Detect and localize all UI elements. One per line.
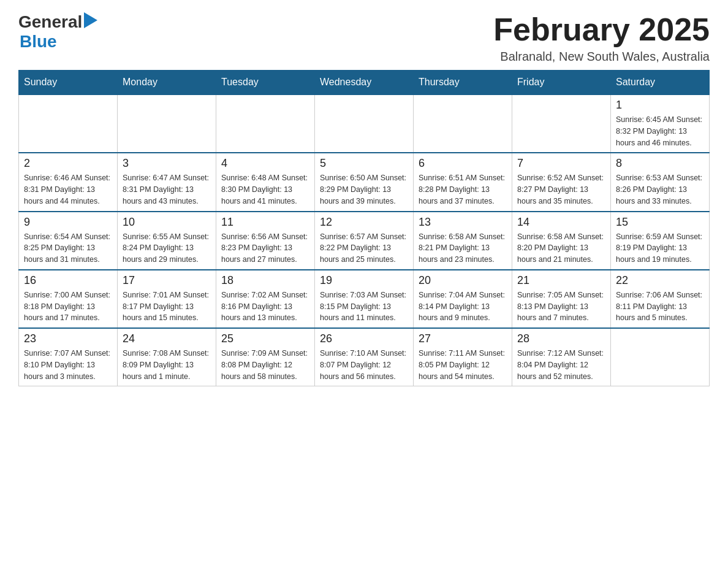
column-header-saturday: Saturday bbox=[611, 71, 710, 95]
calendar-cell bbox=[315, 94, 414, 153]
column-header-tuesday: Tuesday bbox=[216, 71, 315, 95]
day-info: Sunrise: 6:55 AM Sunset: 8:24 PM Dayligh… bbox=[123, 231, 211, 266]
calendar-cell: 4Sunrise: 6:48 AM Sunset: 8:30 PM Daylig… bbox=[216, 153, 315, 211]
day-info: Sunrise: 7:02 AM Sunset: 8:16 PM Dayligh… bbox=[221, 289, 309, 324]
column-header-friday: Friday bbox=[512, 71, 611, 95]
week-row-4: 16Sunrise: 7:00 AM Sunset: 8:18 PM Dayli… bbox=[19, 270, 710, 328]
day-info: Sunrise: 7:06 AM Sunset: 8:11 PM Dayligh… bbox=[616, 289, 704, 324]
calendar-cell: 3Sunrise: 6:47 AM Sunset: 8:31 PM Daylig… bbox=[118, 153, 216, 211]
day-info: Sunrise: 7:03 AM Sunset: 8:15 PM Dayligh… bbox=[320, 289, 408, 324]
logo-general-text: General bbox=[18, 12, 82, 32]
day-info: Sunrise: 7:09 AM Sunset: 8:08 PM Dayligh… bbox=[221, 348, 309, 382]
location-title: Balranald, New South Wales, Australia bbox=[493, 50, 710, 64]
day-number: 15 bbox=[616, 216, 704, 229]
day-info: Sunrise: 6:57 AM Sunset: 8:22 PM Dayligh… bbox=[320, 231, 408, 266]
column-header-sunday: Sunday bbox=[19, 71, 118, 95]
calendar-cell: 13Sunrise: 6:58 AM Sunset: 8:21 PM Dayli… bbox=[414, 212, 512, 270]
day-number: 10 bbox=[123, 216, 211, 229]
calendar-cell: 2Sunrise: 6:46 AM Sunset: 8:31 PM Daylig… bbox=[19, 153, 118, 211]
calendar-cell bbox=[512, 94, 611, 153]
calendar-cell: 19Sunrise: 7:03 AM Sunset: 8:15 PM Dayli… bbox=[315, 270, 414, 328]
day-info: Sunrise: 6:47 AM Sunset: 8:31 PM Dayligh… bbox=[123, 172, 211, 207]
svg-marker-0 bbox=[84, 12, 97, 28]
calendar-cell: 11Sunrise: 6:56 AM Sunset: 8:23 PM Dayli… bbox=[216, 212, 315, 270]
day-number: 19 bbox=[320, 274, 408, 287]
day-number: 23 bbox=[24, 332, 112, 345]
day-info: Sunrise: 6:51 AM Sunset: 8:28 PM Dayligh… bbox=[419, 172, 507, 207]
day-info: Sunrise: 7:01 AM Sunset: 8:17 PM Dayligh… bbox=[123, 289, 211, 324]
calendar-cell: 22Sunrise: 7:06 AM Sunset: 8:11 PM Dayli… bbox=[611, 270, 710, 328]
day-number: 6 bbox=[419, 157, 507, 170]
title-block: February 2025 Balranald, New South Wales… bbox=[493, 12, 710, 64]
day-info: Sunrise: 7:07 AM Sunset: 8:10 PM Dayligh… bbox=[24, 348, 112, 382]
calendar-cell: 7Sunrise: 6:52 AM Sunset: 8:27 PM Daylig… bbox=[512, 153, 611, 211]
calendar-cell: 25Sunrise: 7:09 AM Sunset: 8:08 PM Dayli… bbox=[216, 328, 315, 386]
day-number: 13 bbox=[419, 216, 507, 229]
day-info: Sunrise: 6:53 AM Sunset: 8:26 PM Dayligh… bbox=[616, 172, 704, 207]
day-number: 22 bbox=[616, 274, 704, 287]
day-number: 4 bbox=[221, 157, 309, 170]
calendar-table: SundayMondayTuesdayWednesdayThursdayFrid… bbox=[18, 70, 710, 386]
day-number: 18 bbox=[221, 274, 309, 287]
calendar-header: SundayMondayTuesdayWednesdayThursdayFrid… bbox=[19, 71, 710, 95]
column-header-thursday: Thursday bbox=[414, 71, 512, 95]
calendar-cell: 16Sunrise: 7:00 AM Sunset: 8:18 PM Dayli… bbox=[19, 270, 118, 328]
calendar-cell: 1Sunrise: 6:45 AM Sunset: 8:32 PM Daylig… bbox=[611, 94, 710, 153]
logo: General Blue bbox=[18, 12, 97, 52]
logo-arrow-icon bbox=[84, 12, 97, 28]
day-number: 27 bbox=[419, 332, 507, 345]
calendar-cell: 12Sunrise: 6:57 AM Sunset: 8:22 PM Dayli… bbox=[315, 212, 414, 270]
day-info: Sunrise: 6:58 AM Sunset: 8:21 PM Dayligh… bbox=[419, 231, 507, 266]
calendar-cell: 18Sunrise: 7:02 AM Sunset: 8:16 PM Dayli… bbox=[216, 270, 315, 328]
day-info: Sunrise: 7:11 AM Sunset: 8:05 PM Dayligh… bbox=[419, 348, 507, 382]
day-number: 14 bbox=[517, 216, 605, 229]
week-row-2: 2Sunrise: 6:46 AM Sunset: 8:31 PM Daylig… bbox=[19, 153, 710, 211]
calendar-cell: 17Sunrise: 7:01 AM Sunset: 8:17 PM Dayli… bbox=[118, 270, 216, 328]
day-number: 21 bbox=[517, 274, 605, 287]
calendar-cell: 21Sunrise: 7:05 AM Sunset: 8:13 PM Dayli… bbox=[512, 270, 611, 328]
calendar-cell: 9Sunrise: 6:54 AM Sunset: 8:25 PM Daylig… bbox=[19, 212, 118, 270]
day-info: Sunrise: 6:59 AM Sunset: 8:19 PM Dayligh… bbox=[616, 231, 704, 266]
day-number: 7 bbox=[517, 157, 605, 170]
day-number: 25 bbox=[221, 332, 309, 345]
calendar-cell: 6Sunrise: 6:51 AM Sunset: 8:28 PM Daylig… bbox=[414, 153, 512, 211]
day-number: 3 bbox=[123, 157, 211, 170]
calendar-cell bbox=[216, 94, 315, 153]
day-info: Sunrise: 6:50 AM Sunset: 8:29 PM Dayligh… bbox=[320, 172, 408, 207]
day-info: Sunrise: 6:54 AM Sunset: 8:25 PM Dayligh… bbox=[24, 231, 112, 266]
day-info: Sunrise: 6:58 AM Sunset: 8:20 PM Dayligh… bbox=[517, 231, 605, 266]
calendar-cell: 27Sunrise: 7:11 AM Sunset: 8:05 PM Dayli… bbox=[414, 328, 512, 386]
day-number: 5 bbox=[320, 157, 408, 170]
calendar-cell: 23Sunrise: 7:07 AM Sunset: 8:10 PM Dayli… bbox=[19, 328, 118, 386]
day-info: Sunrise: 6:52 AM Sunset: 8:27 PM Dayligh… bbox=[517, 172, 605, 207]
day-info: Sunrise: 7:04 AM Sunset: 8:14 PM Dayligh… bbox=[419, 289, 507, 324]
day-number: 17 bbox=[123, 274, 211, 287]
column-header-monday: Monday bbox=[118, 71, 216, 95]
calendar-cell bbox=[19, 94, 118, 153]
day-info: Sunrise: 7:05 AM Sunset: 8:13 PM Dayligh… bbox=[517, 289, 605, 324]
day-number: 11 bbox=[221, 216, 309, 229]
day-info: Sunrise: 6:46 AM Sunset: 8:31 PM Dayligh… bbox=[24, 172, 112, 207]
day-number: 9 bbox=[24, 216, 112, 229]
calendar-cell: 28Sunrise: 7:12 AM Sunset: 8:04 PM Dayli… bbox=[512, 328, 611, 386]
calendar-cell: 8Sunrise: 6:53 AM Sunset: 8:26 PM Daylig… bbox=[611, 153, 710, 211]
day-number: 1 bbox=[616, 99, 704, 112]
day-info: Sunrise: 6:45 AM Sunset: 8:32 PM Dayligh… bbox=[616, 114, 704, 148]
calendar-cell bbox=[414, 94, 512, 153]
page-header: General Blue February 2025 Balranald, Ne… bbox=[18, 12, 710, 64]
calendar-cell: 20Sunrise: 7:04 AM Sunset: 8:14 PM Dayli… bbox=[414, 270, 512, 328]
calendar-cell: 14Sunrise: 6:58 AM Sunset: 8:20 PM Dayli… bbox=[512, 212, 611, 270]
week-row-1: 1Sunrise: 6:45 AM Sunset: 8:32 PM Daylig… bbox=[19, 94, 710, 153]
day-info: Sunrise: 6:56 AM Sunset: 8:23 PM Dayligh… bbox=[221, 231, 309, 266]
calendar-cell: 5Sunrise: 6:50 AM Sunset: 8:29 PM Daylig… bbox=[315, 153, 414, 211]
day-number: 24 bbox=[123, 332, 211, 345]
day-info: Sunrise: 7:10 AM Sunset: 8:07 PM Dayligh… bbox=[320, 348, 408, 382]
calendar-cell: 24Sunrise: 7:08 AM Sunset: 8:09 PM Dayli… bbox=[118, 328, 216, 386]
day-number: 16 bbox=[24, 274, 112, 287]
calendar-body: 1Sunrise: 6:45 AM Sunset: 8:32 PM Daylig… bbox=[19, 94, 710, 386]
day-number: 26 bbox=[320, 332, 408, 345]
calendar-cell: 15Sunrise: 6:59 AM Sunset: 8:19 PM Dayli… bbox=[611, 212, 710, 270]
column-header-wednesday: Wednesday bbox=[315, 71, 414, 95]
calendar-cell bbox=[611, 328, 710, 386]
day-number: 8 bbox=[616, 157, 704, 170]
